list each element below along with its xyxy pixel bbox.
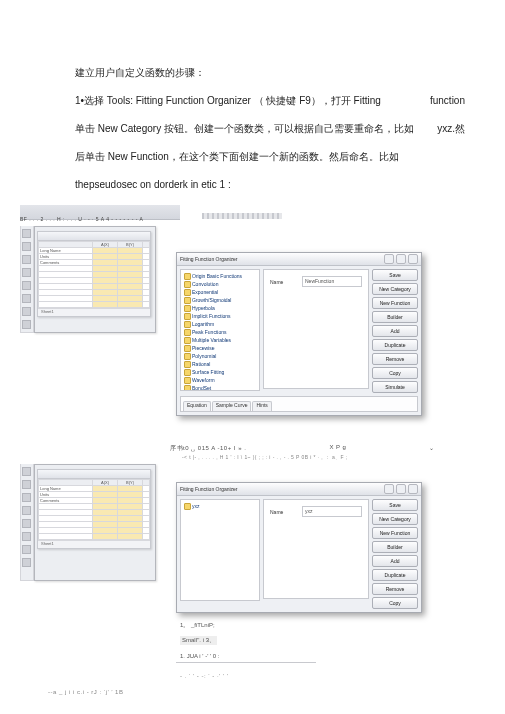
- tool-icon[interactable]: [22, 467, 31, 476]
- tool-icon[interactable]: [22, 506, 31, 515]
- tree-item[interactable]: Peak Functions: [183, 328, 259, 336]
- tool-icon[interactable]: [22, 480, 31, 489]
- tree-item[interactable]: Waveform: [183, 376, 259, 384]
- tree-item[interactable]: Piecewise: [183, 344, 259, 352]
- tool-icon[interactable]: [22, 229, 31, 238]
- add-button[interactable]: Add: [372, 555, 418, 567]
- tree-item[interactable]: Origin Basic Functions: [183, 272, 259, 280]
- worksheet-table: A(X) B(Y) Long Name Units Comments: [38, 241, 150, 308]
- fitting-function-organizer-window: Fitting Function Organizer yxz: [176, 482, 422, 613]
- name-input[interactable]: yxz: [302, 506, 362, 517]
- tool-icon[interactable]: [22, 532, 31, 541]
- tool-icon[interactable]: [22, 320, 31, 329]
- tree-item[interactable]: Multiple Variables: [183, 336, 259, 344]
- builder-button[interactable]: Builder: [372, 541, 418, 553]
- fitting-function-organizer-window: Fitting Function Organizer Origin Basic …: [176, 252, 422, 416]
- remove-button[interactable]: Remove: [372, 583, 418, 595]
- ffo-bottom-tabs: Equation Sample Curve Hints: [180, 396, 418, 412]
- name-label: Name: [270, 509, 298, 515]
- category-tree[interactable]: Origin Basic Functions Convolution Expon…: [180, 269, 260, 391]
- copy-button[interactable]: Copy: [372, 597, 418, 609]
- new-category-button[interactable]: New Category: [372, 513, 418, 525]
- p2-right: yxz.然: [437, 121, 465, 137]
- category-tree[interactable]: yxz: [180, 499, 260, 601]
- ffo-form: Name yxz: [263, 499, 369, 599]
- tool-icon[interactable]: [22, 519, 31, 528]
- paragraph-3: 后单击 New Function，在这个类下面创建一个新的函数。然后命名。比如: [75, 149, 465, 165]
- save-button[interactable]: Save: [372, 269, 418, 281]
- ffo-buttons: Save New Category New Function Builder A…: [372, 499, 418, 609]
- tree-item[interactable]: Exponential: [183, 288, 259, 296]
- tab-equation[interactable]: Equation: [183, 401, 211, 411]
- ffo-form: Name NewFunction: [263, 269, 369, 389]
- aux-text-2: Small''. i 3、: [180, 636, 217, 645]
- tree-item[interactable]: Convolution: [183, 280, 259, 288]
- minimize-icon[interactable]: [384, 254, 394, 264]
- tree-item[interactable]: Logarithm: [183, 320, 259, 328]
- tree-item[interactable]: BondSet: [183, 384, 259, 391]
- tool-icon[interactable]: [22, 268, 31, 277]
- tree-item[interactable]: Surface Fitting: [183, 368, 259, 376]
- tiny-header-left: 序书t0 ␣ 015 A ‑10+ I » .: [170, 444, 246, 453]
- p1-right: function: [430, 93, 465, 109]
- new-function-button[interactable]: New Function: [372, 527, 418, 539]
- minimize-icon[interactable]: [384, 484, 394, 494]
- name-label: Name: [270, 279, 298, 285]
- close-icon[interactable]: [408, 484, 418, 494]
- tab-sample-curve[interactable]: Sample Curve: [212, 401, 252, 411]
- ffo-title: Fitting Function Organizer: [180, 486, 238, 492]
- tree-item[interactable]: Polynomial: [183, 352, 259, 360]
- remove-button[interactable]: Remove: [372, 353, 418, 365]
- paragraph-1: 1•选择 Tools: Fitting Function Organizer （…: [75, 93, 465, 109]
- tool-palette-left: [20, 226, 34, 333]
- name-input[interactable]: NewFunction: [302, 276, 362, 287]
- tool-icon[interactable]: [22, 307, 31, 316]
- maximize-icon[interactable]: [396, 254, 406, 264]
- ffo-title: Fitting Function Organizer: [180, 256, 238, 262]
- new-function-button[interactable]: New Function: [372, 297, 418, 309]
- ffo-buttons: Save New Category New Function Builder A…: [372, 269, 418, 393]
- duplicate-button[interactable]: Duplicate: [372, 569, 418, 581]
- chevron-down-icon: ⌄: [429, 444, 435, 453]
- aux-text-1: 1。 _fiTLniP;: [180, 621, 422, 630]
- sheet-tab[interactable]: Sheet1: [38, 308, 150, 316]
- maximize-icon[interactable]: [396, 484, 406, 494]
- builder-button[interactable]: Builder: [372, 311, 418, 323]
- duplicate-button[interactable]: Duplicate: [372, 339, 418, 351]
- caption-right: - . ‘ ’ - ‑: ‘ ‐ ·’ ’ ’: [180, 673, 422, 679]
- p2-left: 单击 New Category 按钮。创建一个函数类，可以根据自己需要重命名，比…: [75, 121, 414, 137]
- tree-item-yxz[interactable]: yxz: [183, 502, 259, 510]
- tool-icon[interactable]: [22, 242, 31, 251]
- tool-icon[interactable]: [22, 294, 31, 303]
- tool-icon[interactable]: [22, 558, 31, 567]
- worksheet-table: A(X) B(Y) Long Name Units Comments: [38, 479, 150, 540]
- sheet-titlebar: [38, 470, 150, 479]
- save-button[interactable]: Save: [372, 499, 418, 511]
- close-icon[interactable]: [408, 254, 418, 264]
- sheet-tab[interactable]: Sheet1: [38, 540, 150, 548]
- worksheet-window: A(X) B(Y) Long Name Units Comments: [34, 226, 156, 333]
- tool-icon[interactable]: [22, 255, 31, 264]
- new-category-button[interactable]: New Category: [372, 283, 418, 295]
- simulate-button[interactable]: Simulate: [372, 381, 418, 393]
- paragraph-4: thepseudosec on dorderk in etic 1 :: [75, 177, 465, 193]
- p1-left: 1•选择 Tools: Fitting Function Organizer （…: [75, 93, 381, 109]
- tiny-header-right: X P g: [329, 444, 346, 453]
- tool-palette-left: [20, 464, 34, 581]
- doc-title: 建立用户自定义函数的步骤：: [75, 65, 465, 81]
- tree-item[interactable]: Rational: [183, 360, 259, 368]
- toolbar-fragment: [202, 213, 282, 219]
- tool-icon[interactable]: [22, 545, 31, 554]
- copy-button[interactable]: Copy: [372, 367, 418, 379]
- tool-icon[interactable]: [22, 493, 31, 502]
- tree-item[interactable]: Implicit Functions: [183, 312, 259, 320]
- sheet-titlebar: [38, 232, 150, 241]
- add-button[interactable]: Add: [372, 325, 418, 337]
- paragraph-2: 单击 New Category 按钮。创建一个函数类，可以根据自己需要重命名，比…: [75, 121, 465, 137]
- tab-hints[interactable]: Hints: [252, 401, 271, 411]
- worksheet-window: A(X) B(Y) Long Name Units Comments: [34, 464, 156, 581]
- tree-item[interactable]: Growth/Sigmoidal: [183, 296, 259, 304]
- aux-text-3: 1. JUA i ' -' ' 0 :: [180, 653, 422, 659]
- tool-icon[interactable]: [22, 281, 31, 290]
- tree-item[interactable]: Hyperbola: [183, 304, 259, 312]
